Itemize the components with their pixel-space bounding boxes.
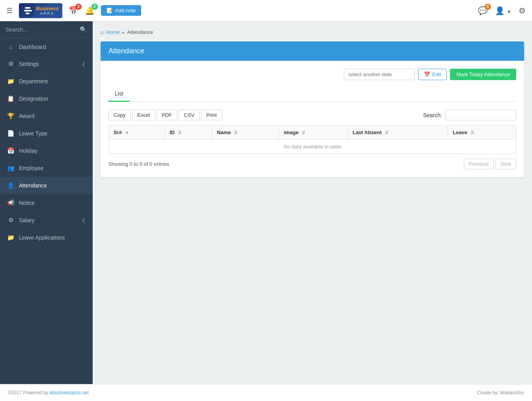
notice-icon: 📢 xyxy=(7,199,14,206)
calendar-badge: 1 xyxy=(75,4,82,10)
edit-calendar-icon: 📅 xyxy=(424,71,430,77)
col-image[interactable]: image ⇵ xyxy=(279,126,347,140)
sidebar-nav: Dashboard Settings ❮ 📁 Department 📋 Desi… xyxy=(0,38,93,384)
add-note-button[interactable]: 📝 Add note xyxy=(101,5,141,16)
col-sr[interactable]: Sr# ▼ xyxy=(109,126,165,140)
table-export-buttons: Copy Excel PDF CSV Print xyxy=(108,110,222,120)
sidebar-item-leave-type[interactable]: 📄 Leave Type xyxy=(0,125,93,142)
sort-image-icon: ⇵ xyxy=(302,130,305,135)
sidebar-label-award: Award xyxy=(19,113,34,119)
salary-icon xyxy=(7,217,14,224)
sidebar-label-settings: Settings xyxy=(19,61,39,67)
table-search-input[interactable] xyxy=(445,110,516,120)
no-data-row: No data available in table xyxy=(109,140,516,154)
user-menu-button[interactable]: 👤 ▼ xyxy=(495,6,511,15)
search-label: Search: xyxy=(423,112,442,118)
col-leave-label: Leave xyxy=(453,129,467,135)
sidebar-label-designation: Designation xyxy=(19,96,48,102)
navbar-right-icons: 💬 3 👤 ▼ ⚙ xyxy=(478,6,526,15)
home-breadcrumb-icon: ⌂ xyxy=(101,29,104,35)
sidebar-label-attendance: Attendance xyxy=(19,182,47,189)
breadcrumb-current: Attendance xyxy=(127,29,153,35)
sidebar-item-award[interactable]: 🏆 Award xyxy=(0,107,93,125)
footer-creator: Create by: Webanchor xyxy=(477,390,524,395)
sidebar-item-salary[interactable]: Salary ❮ xyxy=(0,212,93,229)
pagination-buttons: Previous Next xyxy=(464,159,516,169)
breadcrumb-home-link[interactable]: Home xyxy=(106,29,120,35)
footer: ©2017 Powered by ebusinessapss.net Creat… xyxy=(0,384,532,401)
sidebar-item-holiday[interactable]: 📅 Holiday xyxy=(0,142,93,159)
data-table: Sr# ▼ ID ⇵ Name ⇵ xyxy=(108,125,516,154)
settings-icon xyxy=(7,60,14,67)
logo-brand-text: Business xyxy=(36,6,59,12)
sidebar-item-settings[interactable]: Settings ❮ xyxy=(0,55,93,73)
sidebar-item-designation[interactable]: 📋 Designation xyxy=(0,90,93,107)
copy-button[interactable]: Copy xyxy=(108,110,131,120)
sidebar-label-employee: Employee xyxy=(19,165,43,171)
tab-list-label: List xyxy=(115,90,123,97)
top-navbar: ☰ Business APPS xyxy=(0,0,532,21)
sort-name-icon: ⇵ xyxy=(234,130,237,135)
hamburger-icon[interactable]: ☰ xyxy=(6,6,13,15)
chat-button[interactable]: 💬 3 xyxy=(478,6,488,15)
csv-button[interactable]: CSV xyxy=(179,110,200,120)
notification-bell-button[interactable]: 🔔 2 xyxy=(85,6,95,15)
sidebar-label-notice: Notice xyxy=(19,200,35,206)
main-layout: 🔍 Dashboard Settings ❮ 📁 Department 📋 De… xyxy=(0,21,532,384)
sidebar-item-notice[interactable]: 📢 Notice xyxy=(0,194,93,212)
main-content: ⌂ Home ▸ Attendance Attendance 📅 Edit xyxy=(93,21,532,384)
breadcrumb-separator: ▸ xyxy=(122,29,125,35)
sidebar-item-dashboard[interactable]: Dashboard xyxy=(0,38,93,55)
search-icon: 🔍 xyxy=(80,26,87,33)
col-leave[interactable]: Leave ⇵ xyxy=(448,126,516,140)
table-header-row: Sr# ▼ ID ⇵ Name ⇵ xyxy=(109,126,516,140)
add-note-label: Add note xyxy=(115,7,136,13)
settings-gear-button[interactable]: ⚙ xyxy=(519,6,526,15)
previous-button[interactable]: Previous xyxy=(464,159,494,169)
sidebar-label-holiday: Holiday xyxy=(19,148,37,154)
excel-button[interactable]: Excel xyxy=(132,110,155,120)
notification-badge: 2 xyxy=(91,4,98,10)
sidebar-label-department: Department xyxy=(19,78,48,84)
col-id-label: ID xyxy=(170,129,175,135)
footer-link[interactable]: ebusinessapss.net xyxy=(50,390,89,395)
date-picker-input[interactable] xyxy=(344,69,415,80)
page-card-body: 📅 Edit Mark Today Attendance List xyxy=(101,61,524,177)
sidebar-item-department[interactable]: 📁 Department xyxy=(0,73,93,90)
pdf-button[interactable]: PDF xyxy=(157,110,177,120)
col-sr-label: Sr# xyxy=(114,129,122,135)
table-search-row: Search: xyxy=(423,110,516,120)
chevron-left-icon: ❮ xyxy=(82,61,86,67)
sidebar-item-leave-applications[interactable]: 📁 Leave Applications xyxy=(0,229,93,246)
sidebar-label-salary: Salary xyxy=(19,217,35,223)
col-id[interactable]: ID ⇵ xyxy=(164,126,212,140)
edit-button[interactable]: 📅 Edit xyxy=(418,69,447,80)
attendance-icon: 👤 xyxy=(7,182,14,189)
search-input[interactable] xyxy=(6,26,77,33)
calendar-button[interactable]: 📅 1 xyxy=(69,6,78,15)
print-button[interactable]: Print xyxy=(201,110,222,120)
leave-apps-icon: 📁 xyxy=(7,234,14,241)
chat-badge: 3 xyxy=(485,4,491,10)
award-icon: 🏆 xyxy=(7,112,14,120)
mark-attendance-button[interactable]: Mark Today Attendance xyxy=(450,69,516,80)
table-controls: Copy Excel PDF CSV Print Search: xyxy=(108,110,516,120)
sidebar-label-leave-type: Leave Type xyxy=(19,130,47,137)
home-icon xyxy=(7,43,14,50)
navbar-left: ☰ Business APPS xyxy=(6,3,62,18)
col-name[interactable]: Name ⇵ xyxy=(212,126,279,140)
sort-sr-icon: ▼ xyxy=(125,130,129,135)
sidebar-item-employee[interactable]: 👥 Employee xyxy=(0,159,93,177)
sidebar-item-attendance[interactable]: 👤 Attendance xyxy=(0,177,93,194)
no-data-message: No data available in table xyxy=(109,140,516,154)
sidebar-label-leave-applications: Leave Applications xyxy=(19,234,65,241)
next-button[interactable]: Next xyxy=(495,159,516,169)
col-last-absent-label: Last Absent xyxy=(353,129,382,135)
col-last-absent[interactable]: Last Absent ⇵ xyxy=(347,126,448,140)
salary-chevron-left-icon: ❮ xyxy=(82,217,86,223)
tab-list[interactable]: List xyxy=(108,86,130,102)
sidebar-search-container: 🔍 xyxy=(0,21,93,38)
breadcrumb: ⌂ Home ▸ Attendance xyxy=(101,29,524,35)
holiday-icon: 📅 xyxy=(7,147,14,154)
logo-sub-text: APPS xyxy=(40,11,54,15)
